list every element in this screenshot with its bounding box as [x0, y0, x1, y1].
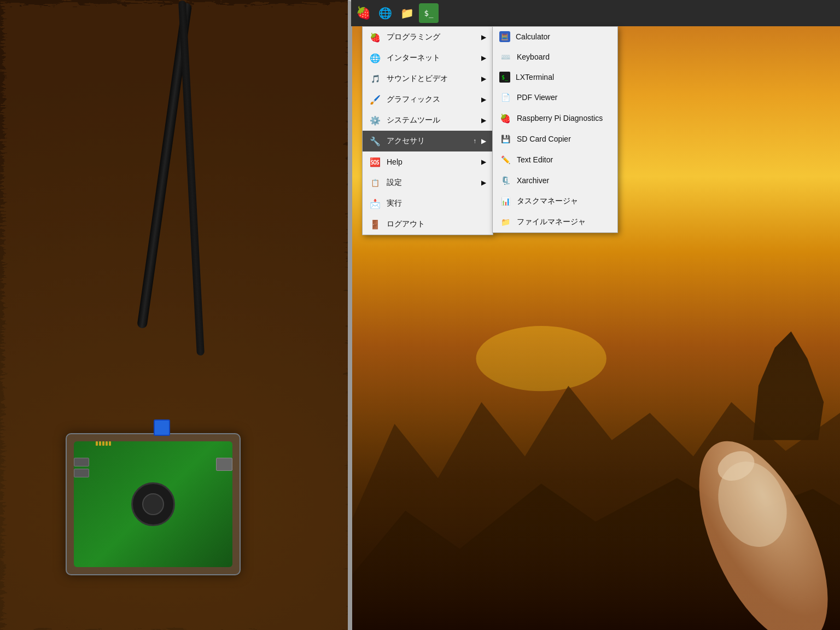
rpi-fan — [131, 482, 175, 526]
usb-port-1 — [74, 458, 89, 466]
text-editor-label: Text Editor — [517, 155, 553, 164]
help-arrow: ▶ — [481, 158, 486, 166]
menu-item-sound-video[interactable]: 🎵 サウンドとビデオ ▶ — [363, 68, 493, 89]
submenu-item-xarchiver[interactable]: 🗜️ Xarchiver — [493, 170, 617, 191]
graphics-label: グラフィックス — [387, 95, 440, 104]
menu-item-graphics[interactable]: 🖌️ グラフィックス ▶ — [363, 89, 493, 110]
logout-icon: 🚪 — [369, 218, 381, 230]
menu-item-help[interactable]: 🆘 Help ▶ — [363, 151, 493, 172]
sound-video-icon: 🎵 — [369, 73, 381, 85]
gpio-pin — [102, 441, 104, 446]
raspberry-pi-board-area — [66, 433, 241, 575]
pdf-viewer-icon: 📄 — [499, 91, 511, 103]
submenu-item-rpi-diagnostics[interactable]: 🍓 Raspberry Pi Diagnostics — [493, 108, 617, 129]
cursor-indicator: ↑ — [473, 137, 476, 145]
rpi-diagnostics-icon: 🍓 — [499, 112, 511, 124]
xarchiver-label: Xarchiver — [517, 176, 549, 185]
xarchiver-icon: 🗜️ — [499, 174, 511, 186]
taskbar: 🍓 🌐 📁 $_ — [351, 0, 840, 26]
submenu-item-task-manager[interactable]: 📊 タスクマネージャ — [493, 191, 617, 212]
submenu-item-calculator[interactable]: 🧮 Calculator — [493, 27, 617, 46]
rpi-diagnostics-label: Raspberry Pi Diagnostics — [517, 114, 603, 122]
menu-item-accessories[interactable]: 🔧 アクセサリ ▶ ↑ — [363, 131, 493, 151]
lxterminal-icon: $_ — [499, 72, 510, 83]
text-editor-icon: ✏️ — [499, 154, 511, 166]
programming-arrow: ▶ — [481, 33, 486, 41]
keyboard-icon: ⌨️ — [499, 51, 511, 63]
settings-label: 設定 — [387, 178, 402, 188]
rpi-gpio-pins — [96, 441, 111, 446]
accessories-icon: 🔧 — [369, 135, 381, 147]
submenu-item-text-editor[interactable]: ✏️ Text Editor — [493, 149, 617, 170]
internet-arrow: ▶ — [481, 54, 486, 62]
programming-label: プログラミング — [387, 32, 440, 42]
file-manager-label: ファイルマネージャ — [517, 217, 586, 227]
mountain-silhouettes — [351, 189, 840, 630]
system-tools-icon: ⚙️ — [369, 114, 381, 126]
programming-icon: 🍓 — [369, 31, 381, 43]
file-manager-icon: 📁 — [499, 216, 511, 228]
menu-item-run[interactable]: 📩 実行 — [363, 193, 493, 214]
system-tools-label: システムツール — [387, 115, 440, 125]
usb-port-2 — [74, 469, 89, 477]
sd-card-copier-label: SD Card Copier — [517, 135, 571, 143]
main-application-menu: 🍓 プログラミング ▶ 🌐 インターネット ▶ 🎵 サウンドとビデオ ▶ 🖌️ … — [362, 26, 493, 235]
taskbar-terminal-button[interactable]: $_ — [419, 3, 439, 23]
keyboard-label: Keyboard — [517, 52, 550, 61]
help-label: Help — [387, 158, 402, 166]
logout-label: ログアウト — [387, 219, 425, 229]
submenu-item-keyboard[interactable]: ⌨️ Keyboard — [493, 46, 617, 67]
calculator-icon: 🧮 — [499, 31, 510, 42]
sd-card-copier-icon: 💾 — [499, 133, 511, 145]
accessories-label: アクセサリ — [387, 136, 425, 146]
rpi-fan-center — [142, 493, 164, 515]
sound-video-arrow: ▶ — [481, 75, 486, 83]
calculator-label: Calculator — [516, 32, 550, 41]
graphics-icon: 🖌️ — [369, 94, 381, 106]
task-manager-label: タスクマネージャ — [517, 196, 578, 206]
menu-item-system-tools[interactable]: ⚙️ システムツール ▶ — [363, 110, 493, 131]
monitor: 🍓 🌐 📁 $_ 🍓 プログラミング ▶ 🌐 インターネット ▶ — [348, 0, 840, 630]
gpio-pin — [106, 441, 108, 446]
svg-rect-5 — [351, 250, 840, 630]
graphics-arrow: ▶ — [481, 96, 486, 103]
menu-item-logout[interactable]: 🚪 ログアウト — [363, 214, 493, 235]
rpi-ethernet-port — [216, 458, 232, 471]
pdf-viewer-label: PDF Viewer — [517, 93, 557, 102]
rpi-usb-ports — [74, 458, 89, 477]
run-icon: 📩 — [369, 197, 381, 209]
gpio-pin — [99, 441, 101, 446]
monitor-screen: 🍓 🌐 📁 $_ 🍓 プログラミング ▶ 🌐 インターネット ▶ — [351, 0, 840, 630]
menu-item-settings[interactable]: 📋 設定 ▶ — [363, 172, 493, 193]
menu-item-programming[interactable]: 🍓 プログラミング ▶ — [363, 27, 493, 48]
settings-icon: 📋 — [369, 177, 381, 189]
gpio-pin — [96, 441, 98, 446]
lxterminal-label: LXTerminal — [516, 73, 554, 81]
submenu-item-lxterminal[interactable]: $_ LXTerminal — [493, 67, 617, 87]
system-tools-arrow: ▶ — [481, 116, 486, 124]
task-manager-icon: 📊 — [499, 195, 511, 207]
taskbar-folder-button[interactable]: 📁 — [397, 3, 417, 23]
accessories-arrow: ▶ — [481, 137, 486, 145]
help-icon: 🆘 — [369, 156, 381, 168]
taskbar-globe-button[interactable]: 🌐 — [375, 3, 395, 23]
gpio-pin — [109, 441, 111, 446]
submenu-item-sd-card-copier[interactable]: 💾 SD Card Copier — [493, 129, 617, 149]
run-label: 実行 — [387, 199, 402, 208]
rpi-pcb — [74, 441, 232, 567]
sound-video-label: サウンドとビデオ — [387, 74, 448, 84]
internet-label: インターネット — [387, 53, 440, 63]
menu-item-internet[interactable]: 🌐 インターネット ▶ — [363, 48, 493, 68]
submenu-item-file-manager[interactable]: 📁 ファイルマネージャ — [493, 212, 617, 232]
submenu-item-pdf-viewer[interactable]: 📄 PDF Viewer — [493, 87, 617, 108]
usb-blue-connector — [154, 419, 170, 436]
settings-arrow: ▶ — [481, 179, 486, 186]
accessories-submenu: 🧮 Calculator ⌨️ Keyboard $_ LXTerminal 📄… — [492, 26, 618, 233]
internet-icon: 🌐 — [369, 52, 381, 64]
taskbar-rpi-button[interactable]: 🍓 — [353, 3, 373, 23]
